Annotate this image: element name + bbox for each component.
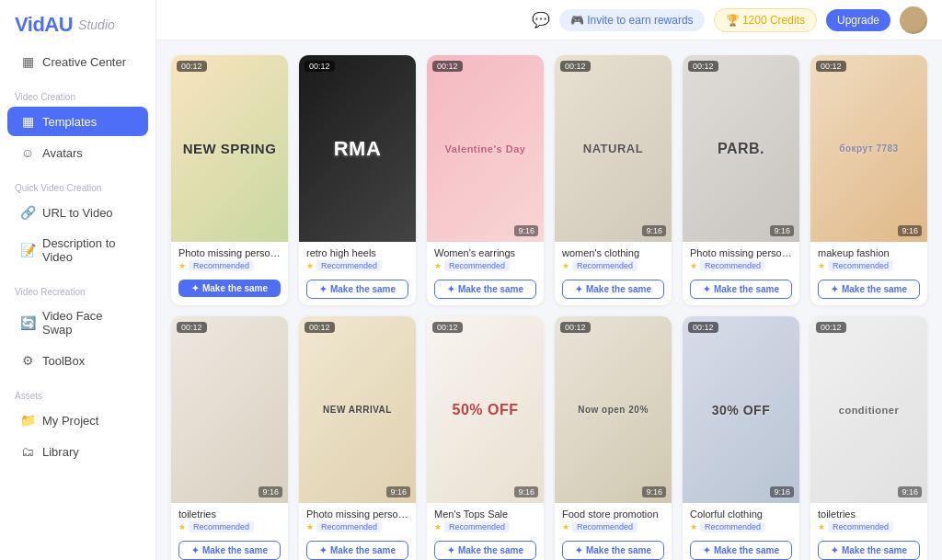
card-c3[interactable]: Valentine's Day 00:12 9:16 Women's earri…: [427, 55, 544, 305]
avatar[interactable]: [900, 6, 927, 34]
wand-icon: ✦: [575, 284, 582, 294]
star-icon: ★: [562, 522, 569, 531]
card-info: Food store promotion ★ Recommended: [555, 503, 672, 536]
make-same-button[interactable]: ✦ Make the same: [306, 280, 408, 299]
make-same-button[interactable]: ✦ Make the same: [178, 541, 281, 560]
make-same-button[interactable]: ✦ Make the same: [690, 280, 792, 299]
make-same-label: Make the same: [458, 284, 523, 294]
card-badge: ★ Recommended: [690, 521, 792, 532]
card-badge: ★ Recommended: [690, 260, 792, 271]
card-thumbnail: Now open 20% 00:12 9:16: [555, 316, 672, 503]
star-icon: ★: [434, 261, 442, 270]
topbar: 💬 🎮 Invite to earn rewards 🏆 1200 Credit…: [156, 0, 942, 40]
logo-studio: Studio: [78, 17, 115, 32]
sidebar-item-url-to-video[interactable]: 🔗 URL to Video: [7, 198, 148, 227]
card-ratio: 9:16: [258, 486, 282, 497]
sidebar-item-desc-to-video[interactable]: 📝 Description to Video: [7, 229, 148, 271]
card-badge: ★ Recommended: [562, 521, 664, 532]
sidebar-item-label: My Project: [42, 414, 98, 428]
sidebar-item-library[interactable]: 🗂 Library: [7, 437, 148, 466]
make-same-button[interactable]: ✦ Make the same: [434, 280, 536, 299]
card-duration: 00:12: [432, 322, 463, 333]
card-c11[interactable]: 30% OFF 00:12 9:16 Colorful clothing ★ R…: [683, 316, 799, 560]
card-c2[interactable]: RMA 00:12 retro high heels ★ Recommended…: [299, 55, 416, 305]
wand-icon: ✦: [319, 545, 327, 555]
make-same-label: Make the same: [714, 545, 779, 555]
wand-icon: ✦: [703, 545, 710, 555]
card-thumbnail: 30% OFF 00:12 9:16: [683, 316, 799, 503]
make-same-button[interactable]: ✦ Make the same: [178, 280, 281, 297]
card-title: Food store promotion: [562, 509, 664, 520]
wand-icon: ✦: [447, 545, 454, 555]
sidebar-item-templates[interactable]: ▦ Templates: [7, 107, 148, 136]
make-same-button[interactable]: ✦ Make the same: [818, 280, 920, 299]
card-action: ✦ Make the same: [810, 275, 927, 305]
make-same-button[interactable]: ✦ Make the same: [434, 541, 536, 560]
sidebar-item-face-swap[interactable]: 🔄 Video Face Swap: [7, 302, 148, 344]
card-c6[interactable]: бокрут 7783 00:12 9:16 makeup fashion ★ …: [810, 55, 927, 305]
card-thumbnail: бокрут 7783 00:12 9:16: [810, 55, 927, 242]
card-title: Men's Tops Sale: [434, 509, 536, 520]
recommended-badge: Recommended: [316, 521, 382, 532]
discord-icon: 💬: [532, 11, 550, 29]
invite-button[interactable]: 🎮 Invite to earn rewards: [559, 9, 705, 31]
card-info: Photo missing person poster ★ Recommende…: [299, 503, 416, 536]
upgrade-button[interactable]: Upgrade: [826, 9, 890, 31]
card-badge: ★ Recommended: [434, 521, 536, 532]
sidebar-item-creative-center[interactable]: ▦ Creative Center: [7, 47, 148, 76]
card-ratio: 9:16: [514, 225, 538, 236]
card-title: women's clothing: [562, 247, 664, 258]
make-same-label: Make the same: [714, 284, 779, 294]
sidebar-item-avatars[interactable]: ☺ Avatars: [7, 138, 148, 167]
make-same-button[interactable]: ✦ Make the same: [562, 541, 664, 560]
recommended-badge: Recommended: [572, 521, 638, 532]
card-c5[interactable]: PARB. 00:12 9:16 Photo missing person po…: [683, 55, 799, 305]
wand-icon: ✦: [831, 284, 838, 294]
sidebar-item-label: Avatars: [42, 146, 83, 160]
card-c12[interactable]: conditioner 00:12 9:16 toiletries ★ Reco…: [810, 316, 927, 560]
card-badge: ★ Recommended: [306, 260, 408, 271]
card-c10[interactable]: Now open 20% 00:12 9:16 Food store promo…: [555, 316, 672, 560]
make-same-label: Make the same: [586, 545, 651, 555]
card-info: Men's Tops Sale ★ Recommended: [427, 503, 544, 536]
card-action: ✦ Make the same: [171, 536, 288, 560]
card-title: toiletries: [818, 509, 920, 520]
section-label-assets: Assets: [0, 382, 155, 405]
card-action: ✦ Make the same: [683, 275, 799, 305]
recommended-badge: Recommended: [700, 521, 765, 532]
credits-button[interactable]: 🏆 1200 Credits: [714, 8, 817, 32]
wand-icon: ✦: [191, 283, 199, 293]
card-title: Colorful clothing: [690, 509, 792, 520]
card-c4[interactable]: NATURAL 00:12 9:16 women's clothing ★ Re…: [555, 55, 672, 305]
main-content: NEW SPRING 00:12 Photo missing person po…: [156, 40, 942, 560]
sidebar-item-toolbox[interactable]: ⚙ ToolBox: [7, 346, 148, 375]
library-icon: 🗂: [20, 444, 35, 459]
card-badge: ★ Recommended: [818, 260, 920, 271]
card-info: Women's earrings ★ Recommended: [427, 242, 544, 275]
card-title: Photo missing person poster: [690, 247, 792, 258]
card-info: women's clothing ★ Recommended: [555, 242, 672, 275]
card-c7[interactable]: 00:12 9:16 toiletries ★ Recommended ✦ Ma…: [171, 316, 288, 560]
card-duration: 00:12: [560, 61, 591, 72]
sidebar-item-label: ToolBox: [42, 354, 85, 368]
card-c9[interactable]: 50% OFF 00:12 9:16 Men's Tops Sale ★ Rec…: [427, 316, 544, 560]
make-same-button[interactable]: ✦ Make the same: [306, 541, 408, 560]
card-info: toiletries ★ Recommended: [810, 503, 927, 536]
make-same-button[interactable]: ✦ Make the same: [818, 541, 920, 560]
recommended-badge: Recommended: [316, 260, 382, 271]
project-icon: 📁: [20, 413, 35, 428]
recommended-badge: Recommended: [828, 260, 893, 271]
sidebar-item-label: Video Face Swap: [42, 309, 135, 337]
card-thumbnail: 00:12 9:16: [171, 316, 288, 503]
card-c8[interactable]: NEW ARRIVAL 00:12 9:16 Photo missing per…: [299, 316, 416, 560]
card-c1[interactable]: NEW SPRING 00:12 Photo missing person po…: [171, 55, 288, 305]
make-same-button[interactable]: ✦ Make the same: [690, 541, 792, 560]
card-badge: ★ Recommended: [562, 260, 664, 271]
recommended-badge: Recommended: [189, 521, 254, 532]
make-same-button[interactable]: ✦ Make the same: [562, 280, 664, 299]
logo: VidAU Studio: [0, 0, 155, 46]
recommended-badge: Recommended: [444, 260, 510, 271]
star-icon: ★: [818, 261, 825, 270]
sidebar-item-my-project[interactable]: 📁 My Project: [7, 406, 148, 435]
card-thumbnail: RMA 00:12: [299, 55, 416, 242]
